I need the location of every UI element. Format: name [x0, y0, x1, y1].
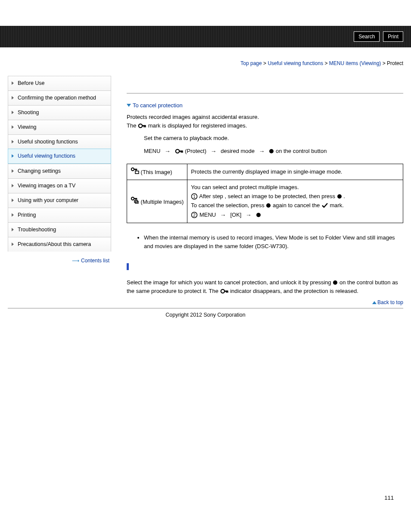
breadcrumb-top[interactable]: Top page	[240, 60, 262, 66]
check-mark-icon	[321, 202, 328, 208]
notes: When the internal memory is used to reco…	[127, 233, 403, 250]
arrow-icon: →	[165, 147, 171, 156]
sidebar-item-useful-shooting[interactable]: Useful shooting functions	[8, 134, 111, 149]
protect-key-icon	[220, 288, 229, 294]
protect-this-image-icon	[131, 167, 139, 174]
options-table: (This Image) Protects the currently disp…	[127, 164, 403, 224]
circled-1-icon: 1	[191, 193, 198, 200]
jump-to-cancel-link[interactable]: To cancel protection	[127, 102, 403, 109]
sidebar-item-precautions[interactable]: Precautions/About this camera	[8, 237, 111, 252]
breadcrumb: Top page > Useful viewing functions > ME…	[0, 47, 411, 74]
svg-point-23	[333, 280, 337, 285]
breadcrumb-sec1[interactable]: Useful viewing functions	[268, 60, 323, 66]
sidebar-item-before-use[interactable]: Before Use	[8, 76, 111, 90]
protect-key-icon	[175, 148, 184, 154]
copyright: Copyright 2012 Sony Corporation	[0, 312, 411, 331]
sidebar-item-confirming[interactable]: Confirming the operation method	[8, 90, 111, 105]
option-label: (This Image)	[139, 169, 172, 175]
sidebar-item-troubleshooting[interactable]: Troubleshooting	[8, 222, 111, 237]
arrow-icon: →	[211, 147, 217, 156]
sidebar-item-using-computer[interactable]: Using with your computer	[8, 193, 111, 208]
center-button-icon	[337, 194, 342, 199]
intro-text: Protects recorded images against acciden…	[127, 113, 403, 130]
step-1: Set the camera to playback mode.	[144, 134, 403, 143]
center-button-icon	[266, 203, 271, 208]
option-label: (Multiple Images)	[139, 199, 184, 205]
footer-separator	[8, 308, 403, 308]
table-row: (This Image) Protects the currently disp…	[127, 164, 403, 180]
table-row: (Multiple Images) You can select and pro…	[127, 180, 403, 223]
sidebar-item-useful-viewing[interactable]: Useful viewing functions	[8, 149, 111, 164]
note-item: When the internal memory is used to reco…	[144, 233, 403, 250]
header-bar: Search Print	[0, 26, 411, 47]
separator	[127, 93, 403, 93]
page-number: 111	[0, 331, 411, 510]
cancel-protection-text: Select the image for which you want to c…	[127, 278, 403, 295]
sidebar-item-shooting[interactable]: Shooting	[8, 105, 111, 120]
arrow-icon: →	[220, 210, 226, 220]
back-to-top-link[interactable]: Back to top	[127, 299, 403, 305]
protect-multiple-images-icon	[131, 196, 139, 204]
breadcrumb-current: Protect	[387, 60, 403, 66]
center-button-icon	[256, 212, 261, 218]
option-desc: You can select and protect multiple imag…	[187, 180, 403, 223]
circled-2-icon: 2	[191, 212, 198, 218]
svg-point-19	[266, 203, 271, 208]
print-button[interactable]: Print	[383, 31, 403, 42]
svg-point-15	[269, 149, 274, 153]
svg-text:1: 1	[193, 194, 196, 199]
sidebar: Before Use Confirming the operation meth…	[8, 74, 111, 307]
arrow-icon: →	[246, 210, 252, 220]
contents-list-link[interactable]: ⟶Contents list	[8, 252, 111, 264]
svg-point-18	[337, 194, 342, 199]
main-content: To cancel protection Protects recorded i…	[111, 74, 403, 307]
search-button[interactable]: Search	[354, 31, 380, 42]
center-button-icon	[333, 280, 338, 285]
sidebar-item-printing[interactable]: Printing	[8, 208, 111, 222]
section-bar-icon	[127, 263, 129, 270]
triangle-down-icon	[127, 104, 131, 107]
svg-text:2: 2	[193, 213, 196, 218]
sidebar-item-viewing-tv[interactable]: Viewing images on a TV	[8, 178, 111, 193]
breadcrumb-sec2[interactable]: MENU items (Viewing)	[329, 60, 381, 66]
sidebar-item-changing-settings[interactable]: Changing settings	[8, 164, 111, 178]
center-button-icon	[269, 149, 274, 154]
option-desc: Protects the currently displayed image i…	[187, 164, 403, 180]
protect-key-icon	[138, 123, 146, 129]
svg-point-22	[256, 213, 261, 217]
sidebar-item-viewing[interactable]: Viewing	[8, 120, 111, 134]
arrow-icon: →	[259, 147, 265, 156]
triangle-up-icon	[372, 301, 377, 304]
arrow-right-icon: ⟶	[72, 258, 79, 264]
step-2: MENU → (Protect) → desired mode → on the…	[144, 147, 403, 156]
